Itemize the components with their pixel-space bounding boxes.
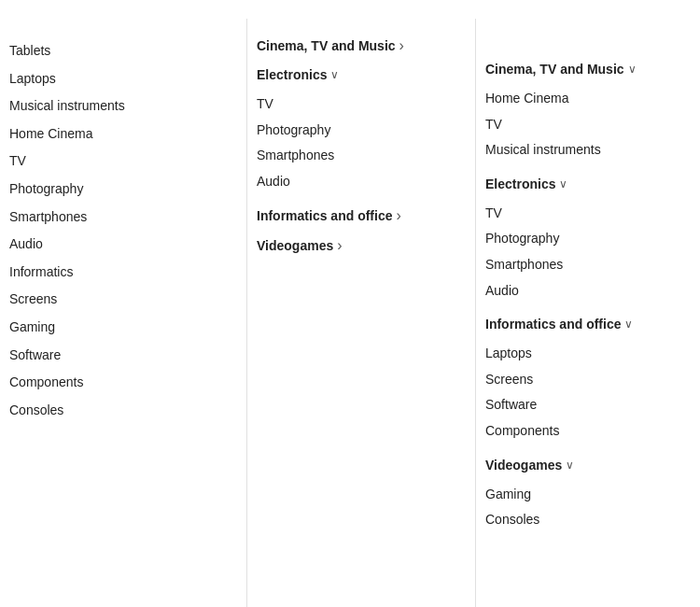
section-title[interactable]: Informatics and office xyxy=(257,207,466,224)
list-item[interactable]: Photography xyxy=(485,226,691,252)
middle-sections: Cinema, TV and MusicElectronicsTVPhotogr… xyxy=(257,37,466,254)
middle-section-block: ElectronicsTVPhotographySmartphonesAudio xyxy=(257,67,466,194)
middle-section-block: Videogames xyxy=(257,237,466,254)
list-item[interactable]: Gaming xyxy=(485,482,691,508)
left-column: TabletsLaptopsMusical instrumentsHome Ci… xyxy=(0,19,247,607)
list-item[interactable]: Audio xyxy=(257,169,466,195)
list-item[interactable]: Audio xyxy=(485,278,691,304)
list-item[interactable]: Consoles xyxy=(485,507,691,533)
sub-section: TVPhotographySmartphonesAudio xyxy=(485,201,691,304)
sub-section: TVPhotographySmartphonesAudio xyxy=(257,92,466,194)
list-item[interactable]: Audio xyxy=(9,231,237,259)
sub-section: GamingConsoles xyxy=(485,482,691,533)
list-item[interactable]: Smartphones xyxy=(485,252,691,278)
section-title[interactable]: Electronics xyxy=(485,176,691,191)
section-title[interactable]: Cinema, TV and Music xyxy=(485,62,691,77)
list-item[interactable]: TV xyxy=(9,148,237,176)
list-item[interactable]: Home Cinema xyxy=(9,120,237,148)
right-sections: Cinema, TV and MusicHome CinemaTVMusical… xyxy=(485,62,691,533)
right-section-block: VideogamesGamingConsoles xyxy=(485,458,691,533)
sub-section: LaptopsScreensSoftwareComponents xyxy=(485,341,691,444)
list-item[interactable]: Smartphones xyxy=(257,143,466,169)
sub-section: Home CinemaTVMusical instruments xyxy=(485,86,691,163)
list-item[interactable]: Laptops xyxy=(9,65,237,93)
middle-section-block: Cinema, TV and Music xyxy=(257,37,466,54)
right-section-block: ElectronicsTVPhotographySmartphonesAudio xyxy=(485,176,691,304)
section-title[interactable]: Cinema, TV and Music xyxy=(257,37,466,54)
list-item[interactable]: TV xyxy=(485,112,691,138)
list-item[interactable]: Photography xyxy=(257,118,466,144)
list-item[interactable]: Informatics xyxy=(9,259,237,287)
list-item[interactable]: Musical instruments xyxy=(485,137,691,163)
list-item[interactable]: Screens xyxy=(9,286,237,314)
list-item[interactable]: Software xyxy=(9,342,237,370)
list-item[interactable]: Home Cinema xyxy=(485,86,691,112)
list-item[interactable]: Laptops xyxy=(485,341,691,367)
list-item[interactable]: Musical instruments xyxy=(9,92,237,120)
list-item[interactable]: Photography xyxy=(9,176,237,204)
list-item[interactable]: Components xyxy=(9,369,237,397)
middle-section-block: Informatics and office xyxy=(257,207,466,224)
middle-column: Cinema, TV and MusicElectronicsTVPhotogr… xyxy=(247,19,476,607)
list-item[interactable]: Gaming xyxy=(9,314,237,342)
list-item[interactable]: Software xyxy=(485,392,691,418)
list-item[interactable]: Screens xyxy=(485,367,691,393)
list-item[interactable]: Smartphones xyxy=(9,204,237,232)
right-section-block: Cinema, TV and MusicHome CinemaTVMusical… xyxy=(485,62,691,163)
list-item[interactable]: Consoles xyxy=(9,397,237,425)
list-item[interactable]: TV xyxy=(257,92,466,118)
section-title[interactable]: Videogames xyxy=(257,237,466,254)
list-item[interactable]: Tablets xyxy=(9,37,237,65)
list-item[interactable]: Components xyxy=(485,418,691,445)
right-column: x Cinema, TV and MusicHome CinemaTVMusic… xyxy=(476,19,700,607)
list-item[interactable]: TV xyxy=(485,201,691,227)
section-title[interactable]: Electronics xyxy=(257,67,466,82)
right-section-block: Informatics and officeLaptopsScreensSoft… xyxy=(485,317,691,444)
section-title[interactable]: Informatics and office xyxy=(485,317,691,332)
left-items-list: TabletsLaptopsMusical instrumentsHome Ci… xyxy=(9,37,237,424)
section-title[interactable]: Videogames xyxy=(485,458,691,473)
